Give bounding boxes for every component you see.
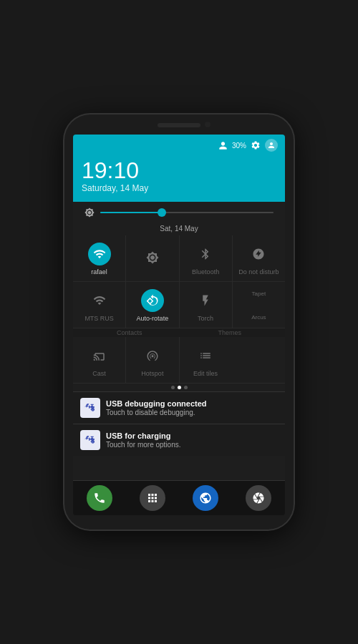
mts-tile-label: MTS RUS — [84, 315, 114, 322]
dnd-tile-label: Do not disturb — [238, 268, 279, 275]
battery-percentage: 30% — [232, 142, 246, 150]
notifications-panel: USB debugging connected Touch to disable… — [73, 391, 285, 456]
tile-do-not-disturb[interactable]: Do not disturb — [232, 235, 285, 281]
quick-settings-panel: rafael Bluetooth — [73, 235, 285, 480]
phone-speaker — [158, 123, 200, 127]
mts-signal-icon — [88, 289, 111, 312]
tile-wifi[interactable]: rafael — [73, 235, 125, 281]
dnd-tile-icon — [247, 243, 270, 265]
dot-2 — [178, 386, 181, 389]
bluetooth-tile-label: Bluetooth — [192, 268, 219, 275]
torch-tile-label: Torch — [198, 315, 213, 322]
dock-phone[interactable] — [87, 485, 112, 511]
tile-cast[interactable]: Cast — [73, 337, 125, 383]
phone-screen: 30% 19:10 Saturday, 14 May Sat, 14 May — [73, 135, 285, 515]
usb-charge-icon — [80, 430, 100, 450]
app-dock — [73, 480, 285, 515]
brightness-slider[interactable] — [100, 212, 274, 213]
usb-debug-body: Touch to disable debugging. — [106, 409, 278, 416]
phone-device: 30% 19:10 Saturday, 14 May Sat, 14 May — [64, 114, 294, 530]
bg-app-themes: Themes — [218, 329, 241, 336]
dock-camera[interactable] — [246, 485, 271, 511]
tile-torch[interactable]: Torch — [179, 282, 232, 328]
bg-app-contacts: Contacts — [117, 329, 142, 336]
notification-usb-charge[interactable]: USB for charging Touch for more options. — [73, 424, 285, 456]
dot-1 — [171, 386, 175, 389]
tile-auto-brightness[interactable] — [125, 235, 178, 281]
date-separator-label: Sat, 14 May — [73, 223, 285, 235]
status-icons: 30% — [218, 139, 278, 152]
tile-auto-rotate[interactable]: Auto-rotate — [125, 282, 178, 328]
usb-charge-text: USB for charging Touch for more options. — [106, 431, 278, 449]
brightness-low-icon — [84, 208, 95, 218]
dock-apps-drawer[interactable] — [140, 485, 165, 511]
quick-tiles-row-1: rafael Bluetooth — [73, 235, 285, 282]
settings-gear-icon[interactable] — [251, 140, 261, 150]
tile-edit-tiles[interactable]: Edit tiles — [179, 337, 232, 383]
quick-tiles-row-3: Cast Hotspot Edit tiles — [73, 337, 285, 384]
usb-debug-title: USB debugging connected — [106, 399, 278, 408]
clock-date: Saturday, 14 May — [82, 183, 276, 193]
clock-time: 19:10 — [82, 159, 276, 182]
tile-empty: Tapet Arcus — [232, 282, 285, 328]
usb-debug-icon — [80, 398, 100, 418]
tile-hotspot[interactable]: Hotspot — [125, 337, 178, 383]
torch-tile-icon — [194, 289, 217, 312]
brightness-control[interactable] — [73, 202, 285, 223]
cast-tile-label: Cast — [92, 370, 106, 377]
rotate-tile-icon — [141, 289, 164, 312]
tile-mts[interactable]: MTS RUS — [73, 282, 125, 328]
user-avatar-icon[interactable] — [265, 139, 278, 152]
bluetooth-tile-icon — [194, 243, 217, 265]
notification-header: 19:10 Saturday, 14 May — [73, 155, 285, 202]
tile-bluetooth[interactable]: Bluetooth — [179, 235, 232, 281]
wifi-tile-label: rafael — [91, 268, 107, 275]
quick-tiles-row-2: MTS RUS Auto-rotate Torch — [73, 282, 285, 328]
dot-3 — [184, 386, 188, 389]
notification-usb-debug[interactable]: USB debugging connected Touch to disable… — [73, 391, 285, 424]
rotate-tile-label: Auto-rotate — [137, 315, 169, 322]
dock-browser[interactable] — [193, 485, 218, 511]
hotspot-tile-icon — [141, 344, 164, 367]
phone-camera — [205, 122, 211, 127]
background-apps-row: Contacts Themes — [73, 328, 285, 337]
usb-charge-title: USB for charging — [106, 431, 278, 440]
hotspot-tile-label: Hotspot — [141, 370, 163, 377]
pagination-dots — [73, 384, 285, 391]
status-bar: 30% — [73, 135, 285, 155]
usb-charge-body: Touch for more options. — [106, 441, 278, 449]
edit-tiles-label: Edit tiles — [193, 370, 218, 377]
cast-tile-icon — [88, 344, 111, 367]
brightness-tile-icon — [141, 246, 164, 269]
person-icon — [218, 141, 228, 150]
usb-debug-text: USB debugging connected Touch to disable… — [106, 399, 278, 416]
edit-tiles-icon — [194, 344, 217, 367]
wifi-tile-icon — [88, 243, 111, 265]
